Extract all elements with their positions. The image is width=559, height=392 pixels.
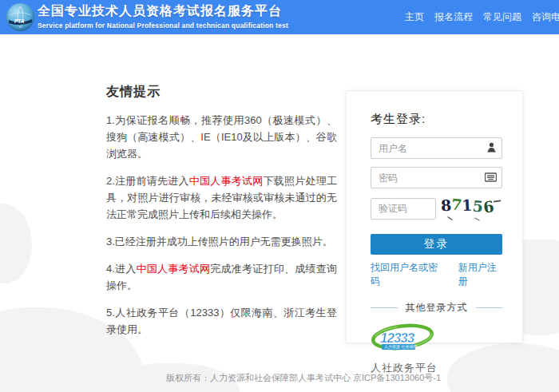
username-input[interactable] <box>371 138 502 158</box>
copyright-footer: 版权所有：人力资源和社会保障部人事考试中心 京ICP备13013060号-1 <box>24 372 559 384</box>
captcha-noise <box>494 200 501 202</box>
friendly-tips-section: 友情提示 1.为保证报名顺畅，推荐使用360（极速模式）、搜狗（高速模式）、IE… <box>106 84 337 348</box>
login-title: 考生登录: <box>371 112 502 127</box>
header-nav: 主页 报名流程 常见问题 咨询电话 <box>405 0 559 34</box>
tip-item-1: 1.为保证报名顺畅，推荐使用360（极速模式）、搜狗（高速模式）、IE（IE10… <box>106 112 337 162</box>
pta-logo-text: PTA <box>14 18 25 24</box>
captcha-image[interactable]: 87156 <box>441 196 502 220</box>
divider-line <box>371 307 398 308</box>
captcha-digit: 1 <box>462 196 473 215</box>
tip-text: 1.为保证报名顺畅，推荐使用360（极速模式）、搜狗（高速模式）、IE（IE10… <box>106 114 337 160</box>
user-icon <box>486 141 497 156</box>
12333-banner-text: 人力资源 社会保障 <box>384 344 418 349</box>
forgot-credentials-link[interactable]: 找回用户名或密码 <box>371 261 441 288</box>
password-field-wrap <box>371 167 502 188</box>
tips-title: 友情提示 <box>106 84 337 101</box>
tip-text: 4.进入 <box>106 263 137 275</box>
12333-number: 12333 <box>380 331 415 346</box>
nav-registration-process[interactable]: 报名流程 <box>434 10 473 24</box>
cpta-site-link[interactable]: 中国人事考试网 <box>137 263 211 275</box>
tip-text: 3.已经注册并成功上传照片的用户无需更换照片。 <box>106 236 333 247</box>
top-header: PTA 全国专业技术人员资格考试报名服务平台 Service platform … <box>0 0 559 34</box>
tip-item-4: 4.进入中国人事考试网完成准考证打印、成绩查询操作。 <box>106 260 337 294</box>
candidate-login-panel: 考生登录: <box>346 90 523 343</box>
nav-consultation-phone[interactable]: 咨询电话 <box>532 10 559 24</box>
captcha-input[interactable] <box>371 199 435 219</box>
username-field-wrap <box>371 137 502 159</box>
12333-platform-logo[interactable]: 12333 人力资源 社会保障 <box>371 323 434 358</box>
nav-home[interactable]: 主页 <box>405 10 424 24</box>
site-title: 全国专业技术人员资格考试报名服务平台 <box>38 3 288 19</box>
site-subtitle: Service platform for National Profession… <box>38 22 288 30</box>
other-login-label: 其他登录方式 <box>398 301 476 315</box>
pta-globe-logo-icon: PTA <box>6 3 34 31</box>
tip-text: 2.注册前请先进入 <box>106 175 189 187</box>
captcha-field-wrap <box>371 198 436 220</box>
captcha-noise <box>474 217 480 220</box>
tip-item-3: 3.已经注册并成功上传照片的用户无需更换照片。 <box>106 233 337 250</box>
tip-item-5: 5.人社政务平台（12333）仅限海南、浙江考生登录使用。 <box>106 304 337 338</box>
keyboard-icon <box>485 171 497 185</box>
cpta-site-link[interactable]: 中国人事考试网 <box>189 175 264 187</box>
password-input[interactable] <box>371 168 502 188</box>
captcha-noise <box>447 216 452 220</box>
login-button[interactable]: 登录 <box>371 234 502 255</box>
divider-line <box>476 307 503 308</box>
tip-text: 5.人社政务平台（12333）仅限海南、浙江考生登录使用。 <box>106 307 337 335</box>
links-spacer <box>441 261 458 288</box>
worldmap-watermark <box>0 204 32 283</box>
other-login-divider: 其他登录方式 <box>371 301 502 315</box>
tip-item-2: 2.注册前请先进入中国人事考试网下载照片处理工具，对照片进行审核，未经审核或审核… <box>106 172 337 223</box>
new-user-register-link[interactable]: 新用户注册 <box>458 261 502 288</box>
nav-faq[interactable]: 常见问题 <box>483 10 521 24</box>
